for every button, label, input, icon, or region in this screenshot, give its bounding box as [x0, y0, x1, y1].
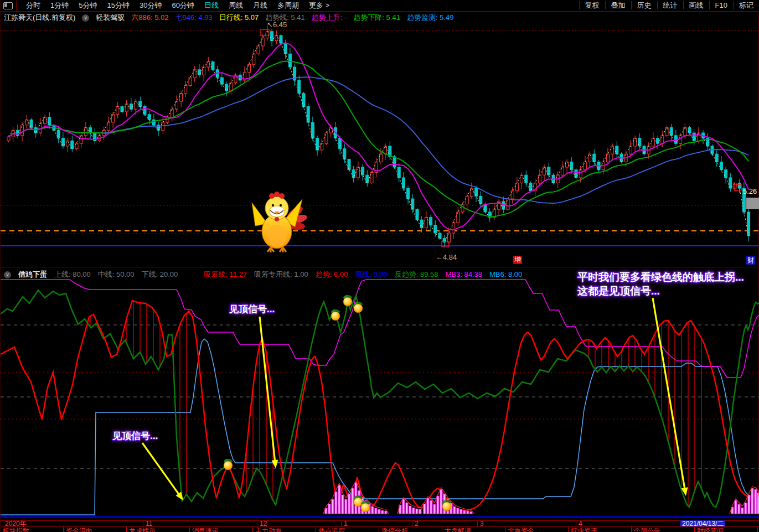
chicken-mascot-image: [252, 192, 308, 252]
indicator-value: 吸筹专用线: 1.00: [254, 270, 308, 278]
menu-item-分时[interactable]: 分时: [21, 1, 45, 9]
zeng-badge: 增: [513, 256, 522, 264]
trend-line: [9, 43, 749, 230]
volume-histogram: [323, 481, 759, 514]
stock-charts-canvas[interactable]: ↖6.45←4.845.26: [1, 0, 759, 532]
main-chart-header: 江苏舜天(日线.前复权) ∨ 轻装驾驭 六886: 5.02七946: 4.93…: [4, 13, 467, 23]
main-indicator-name: 轻装驾驭: [96, 13, 125, 23]
ticker-cell: 热点追踪: [316, 527, 379, 532]
annotation-advice-line1: 平时我们要多看绿色线的触底上拐...: [577, 270, 744, 284]
indicator-value: MB6: 8.00: [489, 270, 522, 278]
price-label: 5.26: [743, 187, 757, 195]
daily-line: [9, 32, 749, 242]
menu-item-更多 >[interactable]: 更多 >: [304, 1, 334, 9]
indicator-value: 趋势下降: 5.41: [353, 13, 400, 22]
chevron-down-icon[interactable]: ∨: [4, 271, 11, 278]
menu-item-5分钟[interactable]: 5分钟: [74, 1, 102, 9]
indicator-value: 趋势监测: 5.49: [407, 13, 454, 22]
gray-label-box: [746, 198, 759, 209]
app-window: ↖6.45←4.845.26 分时1分钟5分钟15分钟30分钟60分钟日线周线月…: [0, 0, 759, 532]
stock-title: 江苏舜天(日线.前复权): [4, 13, 75, 23]
indicator-value: 上线: 80.00: [54, 270, 91, 278]
period-menu: 分时1分钟5分钟15分钟30分钟60分钟日线周线月线多周期更多 >: [21, 1, 334, 11]
menu-divider: [16, 1, 17, 11]
candlestick-series: [7, 25, 750, 247]
toolbar-button-画线[interactable]: 画线: [683, 1, 709, 9]
trend-down-line: [9, 61, 749, 217]
anti-trend-series: [1, 290, 759, 507]
ticker-cell: 涨停分析: [379, 527, 442, 532]
indicator-value: MB3: 84.38: [445, 270, 482, 278]
annotation-top-signal-1: 见顶信号...: [229, 303, 275, 316]
cai-badge: 财: [746, 256, 755, 265]
ticker-cell: 北向资金: [505, 527, 569, 532]
indicator-panel-name: 借鸡下蛋: [18, 270, 47, 280]
annotation-top-signal-2: 见顶信号...: [112, 430, 158, 442]
annotation-advice-line2: 这都是见顶信号...: [577, 284, 744, 298]
toolbar-button-F10[interactable]: F10: [709, 1, 733, 9]
signal-arrows: [142, 298, 688, 500]
tool-menu: 复权叠加历史统计画线F10标记: [579, 0, 759, 11]
bottom-line-series: [1, 339, 759, 515]
indicator-value: 趋势线: 5.41: [265, 13, 305, 22]
main-indicator-values: 六886: 5.02七946: 4.93日行线: 5.07趋势线: 5.41趋势…: [131, 13, 460, 23]
egg-signal-markers: [223, 295, 452, 512]
toolbar-button-历史[interactable]: 历史: [631, 1, 657, 9]
menu-item-15分钟[interactable]: 15分钟: [102, 1, 134, 9]
indicator-value: 底线: 0.00: [355, 270, 388, 278]
annotation-advice: 平时我们要多看绿色线的触底上拐... 这都是见顶信号...: [577, 270, 744, 298]
panel-separator: [1, 267, 759, 267]
menu-item-60分钟[interactable]: 60分钟: [167, 1, 199, 9]
ticker-cell: 龙虎榜单: [127, 527, 190, 532]
menu-item-30分钟[interactable]: 30分钟: [135, 1, 167, 9]
ticker-cell: 行业资讯: [569, 527, 632, 532]
bottom-ticker-bar[interactable]: 板块指数资金流向龙虎榜单消息速递主力动向热点追踪涨停分析大盘解读北向资金行业资讯…: [1, 526, 759, 532]
indicator-value: 吸筹线: 11.27: [204, 270, 247, 278]
toolbar-button-标记[interactable]: 标记: [733, 1, 759, 9]
indicator-value: 趋势: 6.00: [316, 270, 348, 278]
menu-item-日线[interactable]: 日线: [199, 1, 224, 9]
menu-item-1分钟[interactable]: 1分钟: [45, 1, 74, 9]
indicator-value: 七946: 4.93: [175, 13, 213, 22]
trend-monitor-line: [9, 77, 749, 203]
window-icon[interactable]: [3, 2, 13, 9]
indicator-value: 趋势上升: -: [312, 13, 347, 22]
ticker-cell: 主力动向: [253, 527, 316, 532]
menu-item-月线[interactable]: 月线: [248, 1, 272, 9]
indicator-value: 日行线: 5.07: [219, 13, 259, 22]
indicator-panel-values: 上线: 80.00中线: 50.00下线: 20.00吸筹线: 11.27吸筹专…: [54, 270, 529, 280]
ticker-cell: 资金流向: [64, 527, 127, 532]
toolbar-button-复权[interactable]: 复权: [579, 1, 605, 9]
ticker-cell: 大盘解读: [442, 527, 505, 532]
menu-item-多周期[interactable]: 多周期: [272, 1, 304, 9]
price-label: ←4.84: [436, 253, 457, 261]
ticker-cell: 消息速递: [190, 527, 253, 532]
menu-item-周线[interactable]: 周线: [224, 1, 248, 9]
hatch-fill: [90, 301, 701, 506]
absorb-series: [1, 301, 759, 510]
indicator-value: 下线: 20.00: [142, 270, 178, 278]
toolbar-button-统计[interactable]: 统计: [657, 1, 683, 9]
indicator-panel-header: ∨ 借鸡下蛋 上线: 80.00中线: 50.00下线: 20.00吸筹线: 1…: [4, 270, 536, 280]
ticker-cell: 板块指数: [1, 527, 64, 532]
toolbar-button-叠加[interactable]: 叠加: [605, 1, 631, 9]
ticker-cell: 个股公告: [632, 527, 695, 532]
indicator-value: 中线: 50.00: [98, 270, 135, 278]
indicator-value: 六886: 5.02: [131, 13, 168, 22]
ticker-cell: 财经要闻: [695, 527, 758, 532]
chevron-down-icon[interactable]: ∨: [82, 14, 89, 22]
top-menu-bar: 分时1分钟5分钟15分钟30分钟60分钟日线周线月线多周期更多 > 复权叠加历史…: [1, 0, 759, 12]
indicator-value: 反趋势: 89.58: [395, 270, 438, 278]
